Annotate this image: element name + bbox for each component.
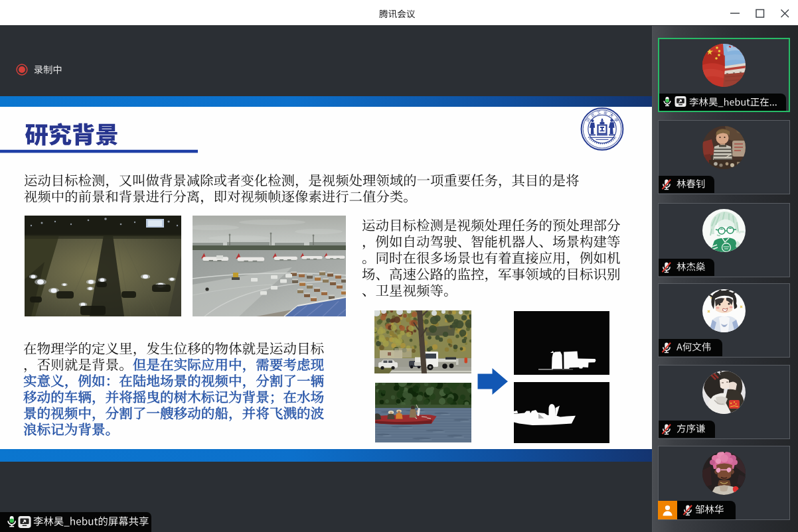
svg-text:bgm: bgm xyxy=(736,229,744,234)
